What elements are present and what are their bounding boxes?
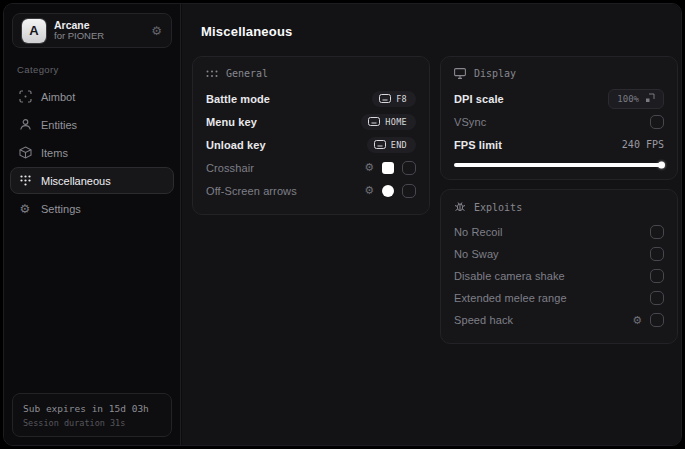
setting-row-offscreen-arrows: Off-Screen arrows ⚙ xyxy=(206,179,416,202)
page-title: Miscellaneous xyxy=(201,24,681,39)
sidebar-item-label: Items xyxy=(41,147,68,159)
header-settings-icon[interactable]: ⚙ xyxy=(151,24,162,38)
session-duration-text: Session duration 31s xyxy=(23,418,161,428)
fps-limit-value: 240 FPS xyxy=(622,139,664,150)
dpi-scale-input[interactable]: 100% xyxy=(608,89,664,109)
entities-icon xyxy=(18,118,32,131)
offscreen-arrows-gear-icon[interactable]: ⚙ xyxy=(364,184,374,197)
grid-dots-icon xyxy=(18,174,32,187)
setting-label: No Sway xyxy=(454,248,499,260)
sidebar-nav: Aimbot Entities Items xyxy=(4,83,180,223)
setting-row-battle-mode: Battle mode F8 xyxy=(206,87,416,110)
fps-limit-slider[interactable] xyxy=(454,163,664,167)
bug-icon xyxy=(454,201,466,213)
setting-row-disable-camera-shake: Disable camera shake xyxy=(454,265,664,287)
setting-label: Speed hack xyxy=(454,314,513,326)
crosshair-scan-icon xyxy=(18,90,32,103)
keybind-button-unload-key[interactable]: END xyxy=(367,137,416,153)
general-card-title: General xyxy=(226,68,268,79)
keyboard-icon xyxy=(374,140,386,149)
app-header-card: A Arcane for PIONER ⚙ xyxy=(12,13,172,48)
setting-label: VSync xyxy=(454,116,486,128)
keybind-button-battle-mode[interactable]: F8 xyxy=(372,91,416,107)
setting-row-fps-limit: FPS limit 240 FPS xyxy=(454,133,664,156)
keyboard-icon xyxy=(368,117,380,126)
vsync-checkbox[interactable] xyxy=(650,115,664,129)
subscription-status-card: Sub expires in 15d 03h Session duration … xyxy=(12,393,172,437)
slider-knob[interactable] xyxy=(658,162,665,169)
sidebar-item-label: Aimbot xyxy=(41,91,75,103)
sidebar-item-aimbot[interactable]: Aimbot xyxy=(10,83,174,110)
offscreen-arrows-color-swatch[interactable] xyxy=(382,185,394,197)
keyboard-icon xyxy=(379,94,391,103)
sub-expiry-text: Sub expires in 15d 03h xyxy=(23,403,161,414)
sidebar-item-label: Settings xyxy=(41,203,81,215)
crosshair-checkbox[interactable] xyxy=(402,161,416,175)
setting-label: Extended melee range xyxy=(454,292,567,304)
extended-melee-range-checkbox[interactable] xyxy=(650,291,664,305)
setting-label: No Recoil xyxy=(454,226,503,238)
category-label: Category xyxy=(17,64,180,75)
setting-label: DPI scale xyxy=(454,93,504,105)
grid-dots-icon xyxy=(206,70,218,78)
general-card: General Battle mode F8 xyxy=(192,56,430,215)
setting-row-unload-key: Unload key END xyxy=(206,133,416,156)
setting-row-crosshair: Crosshair ⚙ xyxy=(206,156,416,179)
app-logo: A xyxy=(22,19,46,43)
crosshair-gear-icon[interactable]: ⚙ xyxy=(364,161,374,174)
gear-icon: ⚙ xyxy=(18,202,32,216)
keybind-button-menu-key[interactable]: HOME xyxy=(361,114,416,130)
app-subtitle: for PIONER xyxy=(54,31,104,42)
sidebar-item-entities[interactable]: Entities xyxy=(10,111,174,138)
sidebar-item-settings[interactable]: ⚙ Settings xyxy=(10,195,174,222)
display-card: Display DPI scale 100% xyxy=(440,56,678,180)
setting-label: Battle mode xyxy=(206,93,270,105)
setting-label: Unload key xyxy=(206,139,266,151)
monitor-icon xyxy=(454,68,466,79)
scale-icon xyxy=(645,93,655,105)
setting-row-speed-hack: Speed hack ⚙ xyxy=(454,309,664,331)
setting-row-extended-melee-range: Extended melee range xyxy=(454,287,664,309)
speed-hack-checkbox[interactable] xyxy=(650,313,664,327)
setting-label: Menu key xyxy=(206,116,257,128)
setting-row-no-sway: No Sway xyxy=(454,243,664,265)
offscreen-arrows-checkbox[interactable] xyxy=(402,184,416,198)
no-recoil-checkbox[interactable] xyxy=(650,225,664,239)
setting-row-no-recoil: No Recoil xyxy=(454,221,664,243)
setting-row-menu-key: Menu key HOME xyxy=(206,110,416,133)
speed-hack-gear-icon[interactable]: ⚙ xyxy=(632,314,642,327)
sidebar-item-miscellaneous[interactable]: Miscellaneous xyxy=(10,167,174,194)
setting-label: FPS limit xyxy=(454,139,502,151)
disable-camera-shake-checkbox[interactable] xyxy=(650,269,664,283)
main-panel: Miscellaneous General B xyxy=(182,4,681,445)
sidebar-item-items[interactable]: Items xyxy=(10,139,174,166)
setting-label: Off-Screen arrows xyxy=(206,185,297,197)
sidebar-item-label: Entities xyxy=(41,119,77,131)
setting-label: Disable camera shake xyxy=(454,270,565,282)
setting-row-vsync: VSync xyxy=(454,110,664,133)
no-sway-checkbox[interactable] xyxy=(650,247,664,261)
package-icon xyxy=(18,146,32,159)
setting-row-dpi-scale: DPI scale 100% xyxy=(454,87,664,110)
exploits-card-title: Exploits xyxy=(474,202,522,213)
sidebar-item-label: Miscellaneous xyxy=(41,175,111,187)
crosshair-color-swatch[interactable] xyxy=(382,162,394,174)
app-window: A Arcane for PIONER ⚙ Category Aimbot xyxy=(3,3,682,446)
sidebar: A Arcane for PIONER ⚙ Category Aimbot xyxy=(4,4,181,445)
display-card-title: Display xyxy=(474,68,516,79)
setting-label: Crosshair xyxy=(206,162,254,174)
exploits-card: Exploits No Recoil No Sway Disable camer… xyxy=(440,189,678,344)
